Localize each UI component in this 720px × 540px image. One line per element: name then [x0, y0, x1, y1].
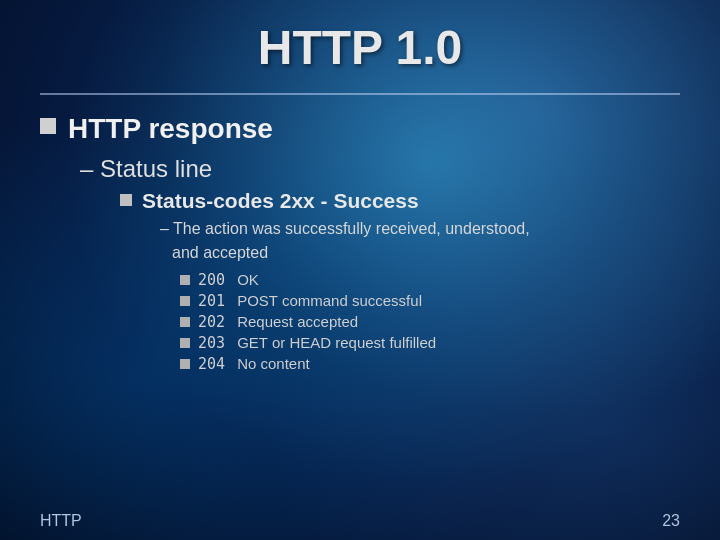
- code-description: No content: [237, 355, 310, 372]
- code-item-203: 203 GET or HEAD request fulfilled: [180, 334, 680, 352]
- code-list: 200 OK 201 POST command successful 202: [180, 271, 680, 373]
- code-bullet-icon: [180, 275, 190, 285]
- code-description: GET or HEAD request fulfilled: [237, 334, 436, 351]
- code-description: OK: [237, 271, 259, 288]
- code-number: 201: [198, 292, 233, 310]
- code-item-200: 200 OK: [180, 271, 680, 289]
- code-text-200: 200 OK: [198, 271, 259, 289]
- sub-bullet-square-icon: [120, 194, 132, 206]
- code-description: Request accepted: [237, 313, 358, 330]
- code-number: 204: [198, 355, 233, 373]
- sub-heading-status-line: Status line: [80, 155, 680, 183]
- description-text-line2: and accepted: [172, 244, 268, 261]
- code-text-202: 202 Request accepted: [198, 313, 358, 331]
- slide-title: HTTP 1.0: [40, 20, 680, 75]
- slide-content: HTTP 1.0 HTTP response Status line Statu…: [0, 0, 720, 540]
- footer-left-label: HTTP: [40, 512, 82, 530]
- code-item-202: 202 Request accepted: [180, 313, 680, 331]
- code-number: 202: [198, 313, 233, 331]
- code-text-201: 201 POST command successful: [198, 292, 422, 310]
- title-area: HTTP 1.0: [40, 20, 680, 75]
- code-text-203: 203 GET or HEAD request fulfilled: [198, 334, 436, 352]
- main-bullet-label: HTTP response: [68, 113, 273, 145]
- footer-page-number: 23: [662, 512, 680, 530]
- code-number: 203: [198, 334, 233, 352]
- footer: HTTP 23: [40, 512, 680, 530]
- description-text-line1: The action was successfully received, un…: [173, 220, 530, 237]
- bullet-square-icon: [40, 118, 56, 134]
- code-bullet-icon: [180, 359, 190, 369]
- code-text-204: 204 No content: [198, 355, 310, 373]
- code-bullet-icon: [180, 338, 190, 348]
- sub-bullet-label: Status-codes 2xx - Success: [142, 189, 419, 213]
- code-description: POST command successful: [237, 292, 422, 309]
- main-bullet-http-response: HTTP response: [40, 113, 680, 145]
- description-block: The action was successfully received, un…: [160, 217, 680, 373]
- code-item-201: 201 POST command successful: [180, 292, 680, 310]
- sub-bullet-status-codes: Status-codes 2xx - Success: [120, 189, 680, 213]
- title-divider: [40, 93, 680, 95]
- code-item-204: 204 No content: [180, 355, 680, 373]
- code-bullet-icon: [180, 296, 190, 306]
- code-bullet-icon: [180, 317, 190, 327]
- sub-section-status-line: Status line Status-codes 2xx - Success T…: [80, 155, 680, 381]
- description-line: The action was successfully received, un…: [160, 217, 680, 265]
- code-number: 200: [198, 271, 233, 289]
